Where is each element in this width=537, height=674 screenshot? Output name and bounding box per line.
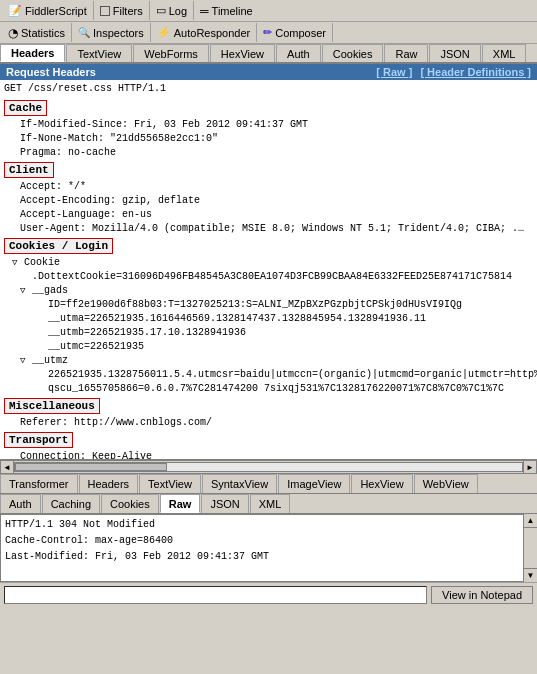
main-tab-bar: Headers TextView WebForms HexView Auth C… <box>0 44 537 64</box>
composer-btn[interactable]: ✏ Composer <box>257 23 333 42</box>
filters-label: Filters <box>113 5 143 17</box>
scrollbar-track[interactable] <box>14 462 523 472</box>
statistics-label: Statistics <box>21 27 65 39</box>
btab-caching[interactable]: Caching <box>42 494 100 513</box>
response-area: HTTP/1.1 304 Not Modified Cache-Control:… <box>0 514 537 582</box>
log-btn[interactable]: ▭ Log <box>150 1 194 20</box>
tab-cookies[interactable]: Cookies <box>322 44 384 62</box>
cache-label: Cache <box>9 102 42 114</box>
filters-btn[interactable]: Filters <box>94 1 150 20</box>
tab-auth[interactable]: Auth <box>276 44 321 62</box>
btab-xml[interactable]: XML <box>250 494 291 513</box>
fiddler-script-btn[interactable]: 📝 FiddlerScript <box>2 1 94 20</box>
transport-section-header: Transport <box>4 432 73 448</box>
bottom-action-bar: View in Notepad <box>0 582 537 606</box>
btab-headers[interactable]: Headers <box>79 474 139 493</box>
main-content-area[interactable]: GET /css/reset.css HTTP/1.1 Cache If-Mod… <box>0 80 537 460</box>
gads-tree-row: ▽ __gads <box>0 284 537 298</box>
btab-raw[interactable]: Raw <box>160 494 201 513</box>
tab-headers[interactable]: Headers <box>0 44 65 62</box>
scroll-right-btn[interactable]: ► <box>523 460 537 474</box>
timeline-icon: ═ <box>200 4 209 18</box>
bottom-tab-bar-2: Auth Caching Cookies Raw JSON XML <box>0 494 537 514</box>
btab-webview[interactable]: WebView <box>414 474 478 493</box>
checkbox-icon <box>100 6 110 16</box>
log-icon: ▭ <box>156 4 166 17</box>
btab-hexview[interactable]: HexView <box>351 474 412 493</box>
btab-imageview[interactable]: ImageView <box>278 474 350 493</box>
cookie-expand[interactable]: ▽ <box>12 256 24 270</box>
tab-xml[interactable]: XML <box>482 44 527 62</box>
inspectors-label: Inspectors <box>93 27 144 39</box>
scrollbar-thumb[interactable] <box>15 463 167 471</box>
client-line-2: Accept-Language: en-us <box>0 208 537 222</box>
script-icon: 📝 <box>8 4 22 17</box>
client-section-header: Client <box>4 162 54 178</box>
cache-line-1: If-None-Match: "21dd55658e2cc1:0" <box>0 132 537 146</box>
request-headers-bar: Request Headers [ Raw ] [ Header Definit… <box>0 64 537 80</box>
client-label: Client <box>9 164 49 176</box>
cookies-login-label: Cookies / Login <box>9 240 108 252</box>
horizontal-scrollbar[interactable]: ◄ ► <box>0 460 537 474</box>
statistics-icon: ◔ <box>8 26 18 40</box>
utmz-line-0: 226521935.1328756011.5.4.utmcsr=baidu|ut… <box>0 368 537 382</box>
autoresponder-label: AutoResponder <box>174 27 250 39</box>
toolbar-row2: ◔ Statistics 🔍 Inspectors ⚡ AutoResponde… <box>0 22 537 44</box>
response-scroll-up[interactable]: ▲ <box>524 514 537 528</box>
tab-raw[interactable]: Raw <box>384 44 428 62</box>
response-scroll-down[interactable]: ▼ <box>524 568 537 582</box>
client-line-1: Accept-Encoding: gzip, deflate <box>0 194 537 208</box>
btab-transformer[interactable]: Transformer <box>0 474 78 493</box>
client-line-3: User-Agent: Mozilla/4.0 (compatible; MSI… <box>0 222 537 236</box>
fiddler-script-label: FiddlerScript <box>25 5 87 17</box>
utmz-line-1: qscu_1655705866=0.6.0.7%7C281474200 7six… <box>0 382 537 396</box>
tab-textview[interactable]: TextView <box>66 44 132 62</box>
btab-auth[interactable]: Auth <box>0 494 41 513</box>
btab-json[interactable]: JSON <box>201 494 248 513</box>
cache-line-2: Pragma: no-cache <box>0 146 537 160</box>
gads-line-2: __utmb=226521935.17.10.1328941936 <box>0 326 537 340</box>
raw-link[interactable]: [ Raw ] <box>376 66 412 78</box>
cookie-tree-row: ▽ Cookie <box>0 256 537 270</box>
statistics-btn[interactable]: ◔ Statistics <box>2 23 72 42</box>
header-definitions-link[interactable]: [ Header Definitions ] <box>420 66 531 78</box>
cookies-login-section-header: Cookies / Login <box>4 238 113 254</box>
cookie-label: Cookie <box>24 256 60 270</box>
utmz-tree-row: ▽ __utmz <box>0 354 537 368</box>
tab-hexview[interactable]: HexView <box>210 44 275 62</box>
composer-icon: ✏ <box>263 26 272 39</box>
response-scrollbar[interactable]: ▲ ▼ <box>523 514 537 582</box>
view-in-notepad-button[interactable]: View in Notepad <box>431 586 533 604</box>
response-line-2: Cache-Control: max-age=86400 <box>5 533 516 549</box>
gads-label: __gads <box>32 284 68 298</box>
btab-cookies[interactable]: Cookies <box>101 494 159 513</box>
toolbar-row1: 📝 FiddlerScript Filters ▭ Log ═ Timeline <box>0 0 537 22</box>
timeline-btn[interactable]: ═ Timeline <box>194 1 259 20</box>
log-label: Log <box>169 5 187 17</box>
tab-webforms[interactable]: WebForms <box>133 44 209 62</box>
inspectors-btn[interactable]: 🔍 Inspectors <box>72 23 151 42</box>
scroll-left-btn[interactable]: ◄ <box>0 460 14 474</box>
misc-line-0: Referer: http://www.cnblogs.com/ <box>0 416 537 430</box>
http-line: GET /css/reset.css HTTP/1.1 <box>0 80 537 98</box>
bottom-tab-bar-1: Transformer Headers TextView SyntaxView … <box>0 474 537 494</box>
request-headers-title: Request Headers <box>6 66 96 78</box>
gads-expand[interactable]: ▽ <box>20 284 32 298</box>
misc-label: Miscellaneous <box>9 400 95 412</box>
response-container: HTTP/1.1 304 Not Modified Cache-Control:… <box>0 514 537 582</box>
btab-syntaxview[interactable]: SyntaxView <box>202 474 277 493</box>
utmz-expand[interactable]: ▽ <box>20 354 32 368</box>
transport-label: Transport <box>9 434 68 446</box>
timeline-label: Timeline <box>212 5 253 17</box>
autoresponder-btn[interactable]: ⚡ AutoResponder <box>151 23 257 42</box>
cache-line-0: If-Modified-Since: Fri, 03 Feb 2012 09:4… <box>0 118 537 132</box>
autoresponder-icon: ⚡ <box>157 26 171 39</box>
tab-json[interactable]: JSON <box>429 44 480 62</box>
utmz-label: __utmz <box>32 354 68 368</box>
client-line-0: Accept: */* <box>0 180 537 194</box>
gads-line-3: __utmc=226521935 <box>0 340 537 354</box>
content-area: GET /css/reset.css HTTP/1.1 Cache If-Mod… <box>0 80 537 460</box>
status-bar <box>4 586 427 604</box>
gads-line-1: __utma=226521935.1616446569.1328147437.1… <box>0 312 537 326</box>
btab-textview[interactable]: TextView <box>139 474 201 493</box>
